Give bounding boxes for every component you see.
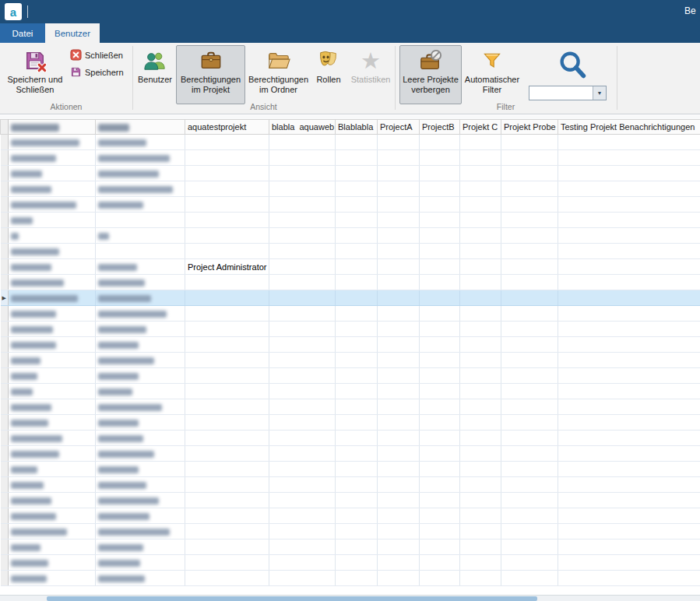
grid-cell[interactable] xyxy=(558,166,700,181)
grid-cell[interactable] xyxy=(460,306,501,322)
grid-cell[interactable] xyxy=(336,353,378,368)
grid-cell[interactable] xyxy=(501,135,558,150)
grid-cell[interactable] xyxy=(336,166,378,181)
grid-cell[interactable] xyxy=(96,213,185,228)
grid-cell[interactable] xyxy=(501,524,558,539)
grid-cell[interactable] xyxy=(378,228,420,244)
grid-cell[interactable] xyxy=(460,337,501,353)
grid-cell[interactable] xyxy=(460,290,501,306)
grid-cell[interactable] xyxy=(558,524,700,539)
row-indicator[interactable] xyxy=(1,384,9,399)
grid-cell[interactable] xyxy=(185,368,269,384)
grid-cell[interactable] xyxy=(336,477,378,493)
grid-cell[interactable] xyxy=(96,228,185,244)
grid-cell[interactable] xyxy=(96,446,185,462)
grid-header-cell[interactable]: aquatestprojekt xyxy=(185,120,269,135)
grid-cell[interactable] xyxy=(501,275,558,290)
grid-cell[interactable] xyxy=(420,493,460,508)
row-indicator[interactable] xyxy=(1,399,9,415)
grid-cell[interactable] xyxy=(269,415,336,431)
grid-cell[interactable] xyxy=(269,228,336,244)
row-indicator[interactable] xyxy=(1,322,9,337)
grid-cell[interactable] xyxy=(9,135,96,150)
grid-cell[interactable] xyxy=(336,259,378,275)
grid-cell[interactable] xyxy=(185,322,269,337)
grid-cell[interactable] xyxy=(269,306,336,322)
search-combobox[interactable]: ▼ xyxy=(529,86,607,100)
grid-cell[interactable] xyxy=(378,431,420,446)
row-indicator[interactable] xyxy=(1,431,9,446)
grid-cell[interactable] xyxy=(336,415,378,431)
grid-cell[interactable] xyxy=(378,275,420,290)
grid-cell[interactable]: Project Administrator xyxy=(185,259,269,275)
grid-cell[interactable] xyxy=(558,555,700,571)
row-indicator[interactable] xyxy=(1,524,9,539)
grid-cell[interactable] xyxy=(558,275,700,290)
grid-cell[interactable] xyxy=(378,384,420,399)
grid-cell[interactable] xyxy=(96,197,185,213)
row-indicator[interactable] xyxy=(1,135,9,150)
grid-cell[interactable] xyxy=(460,181,501,197)
grid-cell[interactable] xyxy=(336,135,378,150)
grid-cell[interactable] xyxy=(460,368,501,384)
grid-cell[interactable] xyxy=(269,539,336,555)
grid-cell[interactable] xyxy=(96,462,185,477)
grid-cell[interactable] xyxy=(96,524,185,539)
grid-cell[interactable] xyxy=(420,275,460,290)
grid-cell[interactable] xyxy=(9,213,96,228)
grid-cell[interactable] xyxy=(9,477,96,493)
grid-cell[interactable] xyxy=(460,275,501,290)
grid-cell[interactable] xyxy=(420,150,460,166)
grid-cell[interactable] xyxy=(460,399,501,415)
grid-cell[interactable] xyxy=(9,555,96,571)
grid-cell[interactable] xyxy=(460,213,501,228)
grid-cell[interactable] xyxy=(378,415,420,431)
grid-cell[interactable] xyxy=(269,290,336,306)
grid-cell[interactable] xyxy=(501,431,558,446)
grid-cell[interactable] xyxy=(558,446,700,462)
grid-cell[interactable] xyxy=(9,539,96,555)
grid-cell[interactable] xyxy=(501,368,558,384)
grid-cell[interactable] xyxy=(378,446,420,462)
grid-cell[interactable] xyxy=(501,244,558,259)
grid-cell[interactable] xyxy=(9,508,96,524)
grid-cell[interactable] xyxy=(269,431,336,446)
grid-header-cell[interactable]: Testing Projekt Benachrichtigungen xyxy=(558,120,700,135)
grid-cell[interactable] xyxy=(185,244,269,259)
grid-cell[interactable] xyxy=(378,197,420,213)
grid-cell[interactable] xyxy=(269,555,336,571)
grid-cell[interactable] xyxy=(460,446,501,462)
grid-cell[interactable] xyxy=(420,213,460,228)
row-indicator[interactable] xyxy=(1,150,9,166)
row-indicator[interactable] xyxy=(1,539,9,555)
grid-cell[interactable] xyxy=(336,571,378,586)
grid-cell[interactable] xyxy=(558,415,700,431)
grid-cell[interactable] xyxy=(336,493,378,508)
grid-cell[interactable] xyxy=(269,524,336,539)
grid-cell[interactable] xyxy=(460,322,501,337)
grid-cell[interactable] xyxy=(9,166,96,181)
grid-cell[interactable] xyxy=(9,181,96,197)
grid-cell[interactable] xyxy=(460,571,501,586)
grid-cell[interactable] xyxy=(185,135,269,150)
grid-cell[interactable] xyxy=(420,322,460,337)
grid-cell[interactable] xyxy=(9,244,96,259)
row-indicator[interactable] xyxy=(1,259,9,275)
grid-cell[interactable] xyxy=(558,539,700,555)
grid-cell[interactable] xyxy=(501,384,558,399)
grid-cell[interactable] xyxy=(420,259,460,275)
grid-cell[interactable] xyxy=(460,166,501,181)
grid-cell[interactable] xyxy=(185,477,269,493)
grid-cell[interactable] xyxy=(269,399,336,415)
grid-cell[interactable] xyxy=(460,508,501,524)
grid-cell[interactable] xyxy=(269,477,336,493)
grid-cell[interactable] xyxy=(420,399,460,415)
grid-cell[interactable] xyxy=(336,181,378,197)
row-indicator[interactable] xyxy=(1,446,9,462)
row-indicator[interactable] xyxy=(1,166,9,181)
grid-cell[interactable] xyxy=(378,166,420,181)
grid-cell[interactable] xyxy=(336,228,378,244)
grid-cell[interactable] xyxy=(269,462,336,477)
grid-cell[interactable] xyxy=(558,213,700,228)
grid-cell[interactable] xyxy=(9,368,96,384)
